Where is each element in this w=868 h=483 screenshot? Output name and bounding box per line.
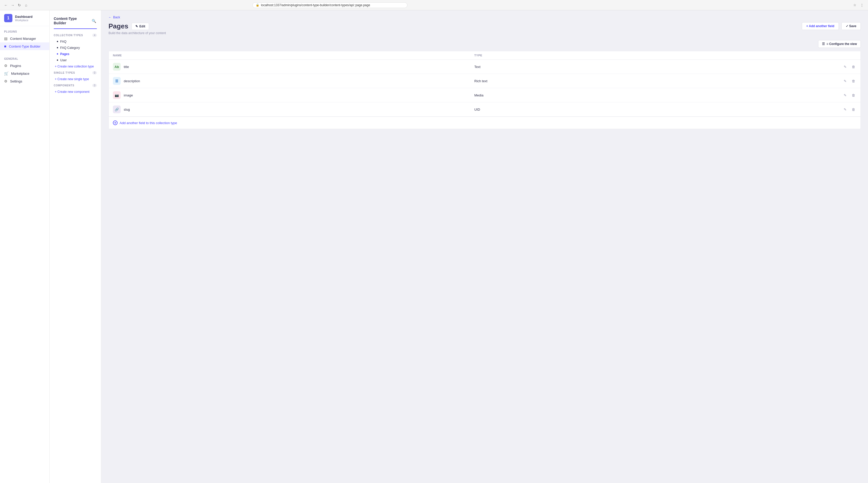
sidebar-brand: 1 Dashboard Workplace xyxy=(0,10,49,26)
menu-button[interactable]: ⋮ xyxy=(859,2,865,8)
app-layout: 1 Dashboard Workplace PLUGINS ▤ Content … xyxy=(0,10,868,483)
refresh-nav-button[interactable]: ↻ xyxy=(17,2,22,8)
configure-view-wrap: ☰ ≡ Configure the view xyxy=(108,40,861,48)
sidebar-item-content-type-builder[interactable]: ■ Content-Type Builder xyxy=(0,42,49,50)
brand-icon: 1 xyxy=(4,14,12,22)
brand-text: Dashboard Workplace xyxy=(15,15,33,22)
field-name-cell: ☰ description xyxy=(113,77,474,85)
edit-button[interactable]: ✎ Edit xyxy=(131,23,149,30)
plugins-section-label: PLUGINS xyxy=(0,29,49,35)
field-icon-label: Ab xyxy=(115,65,119,69)
components-count: 0 xyxy=(92,84,97,87)
browser-chrome: ← → ↻ ⌂ 🔒 localhost:1337/admin/plugins/c… xyxy=(0,0,868,10)
delete-field-button[interactable]: 🗑 xyxy=(850,92,857,98)
create-single-type-label: + Create new single type xyxy=(55,77,89,81)
add-field-to-collection-row[interactable]: + Add another field to this collection t… xyxy=(109,117,861,129)
collection-types-count: 4 xyxy=(92,34,97,37)
page-title-area: Pages ✎ Edit xyxy=(108,22,166,30)
ctb-item-label: User xyxy=(60,58,67,62)
table-row: 📷 image Media ✎ 🗑 xyxy=(109,88,861,103)
ctb-search-button[interactable]: 🔍 xyxy=(91,18,97,24)
components-label: COMPONENTS xyxy=(54,84,74,87)
create-component-link[interactable]: + Create new component xyxy=(50,89,101,95)
bullet-icon xyxy=(57,59,58,61)
address-bar[interactable]: 🔒 localhost:1337/admin/plugins/content-t… xyxy=(252,2,407,8)
table-row: Ab title Text ✎ 🗑 xyxy=(109,60,861,74)
sidebar-item-content-manager[interactable]: ▤ Content Manager xyxy=(0,35,49,42)
back-label: Back xyxy=(113,16,120,19)
single-types-header: SINGLE TYPES 0 xyxy=(50,69,101,76)
ctb-panel: Content-TypeBuilder 🔍 COLLECTION TYPES 4… xyxy=(50,10,101,483)
ctb-item-pages[interactable]: Pages xyxy=(50,51,101,57)
components-header: COMPONENTS 0 xyxy=(50,82,101,89)
configure-view-label: ≡ Configure the view xyxy=(827,42,857,46)
ctb-item-user[interactable]: User xyxy=(50,57,101,63)
sidebar-item-settings[interactable]: ⚙ Settings xyxy=(0,77,49,85)
fields-table: NAME TYPE Ab title Text ✎ 🗑 xyxy=(108,51,861,129)
create-single-type-link[interactable]: + Create new single type xyxy=(50,76,101,82)
delete-field-button[interactable]: 🗑 xyxy=(850,64,857,70)
marketplace-icon: 🛒 xyxy=(4,72,8,76)
page-header: Pages ✎ Edit Build the data architecture… xyxy=(108,22,861,35)
content-manager-icon: ▤ xyxy=(4,36,7,40)
edit-pencil-icon: ✎ xyxy=(135,25,138,28)
field-name: slug xyxy=(124,108,130,111)
configure-view-button[interactable]: ☰ ≡ Configure the view xyxy=(818,40,861,48)
table-row: ☰ description Rich text ✎ 🗑 xyxy=(109,74,861,88)
back-arrow-icon: ← xyxy=(108,16,112,19)
create-collection-type-link[interactable]: + Create new collection type xyxy=(50,63,101,69)
browser-nav-buttons: ← → ↻ ⌂ xyxy=(3,2,29,8)
collection-types-header: COLLECTION TYPES 4 xyxy=(50,32,101,38)
field-icon-label: ☰ xyxy=(115,79,118,83)
ctb-item-label: Pages xyxy=(60,52,69,56)
field-actions: ✎ 🗑 xyxy=(836,78,857,84)
sidebar-item-label: Content Manager xyxy=(10,37,36,40)
field-name: image xyxy=(124,93,133,97)
delete-field-button[interactable]: 🗑 xyxy=(850,106,857,112)
back-nav-button[interactable]: ← xyxy=(3,2,9,8)
browser-actions: ☆ ⋮ xyxy=(852,2,865,8)
create-collection-type-label: + Create new collection type xyxy=(55,65,94,68)
header-actions: + Add another field ✓ Save xyxy=(802,22,861,30)
col-type: TYPE xyxy=(474,54,836,57)
home-nav-button[interactable]: ⌂ xyxy=(23,2,29,8)
brand-title: Dashboard xyxy=(15,15,33,19)
single-types-count: 0 xyxy=(92,71,97,75)
address-bar-url: localhost:1337/admin/plugins/content-typ… xyxy=(261,3,370,7)
field-type-text: Rich text xyxy=(474,79,836,83)
edit-field-button[interactable]: ✎ xyxy=(842,64,848,70)
edit-field-button[interactable]: ✎ xyxy=(842,92,848,98)
add-another-field-button[interactable]: + Add another field xyxy=(802,22,839,30)
field-type-text: Media xyxy=(474,93,836,97)
ctb-panel-header: Content-TypeBuilder 🔍 xyxy=(50,13,101,28)
add-field-btn-label: + Add another field xyxy=(806,24,834,28)
field-name-cell: Ab title xyxy=(113,63,474,70)
edit-btn-label: Edit xyxy=(140,25,146,28)
page-subtitle: Build the data architecture of your cont… xyxy=(108,31,166,35)
field-name: description xyxy=(124,79,140,83)
field-actions: ✎ 🗑 xyxy=(836,92,857,98)
field-type-icon: Ab xyxy=(113,63,121,70)
forward-nav-button[interactable]: → xyxy=(10,2,16,8)
delete-field-button[interactable]: 🗑 xyxy=(850,78,857,84)
address-bar-lock-icon: 🔒 xyxy=(256,3,259,7)
ctb-item-faq[interactable]: FAQ xyxy=(50,38,101,45)
back-link[interactable]: ← Back xyxy=(108,16,861,19)
field-actions: ✎ 🗑 xyxy=(836,106,857,112)
ctb-main-content: ← Back Pages ✎ Edit Build the data archi… xyxy=(101,10,868,483)
field-icon-label: 🔗 xyxy=(115,108,119,111)
bullet-icon xyxy=(57,53,58,55)
star-button[interactable]: ☆ xyxy=(852,2,858,8)
sidebar-item-plugins[interactable]: ⚙ Plugins xyxy=(0,62,49,69)
sidebar-item-marketplace[interactable]: 🛒 Marketplace xyxy=(0,69,49,77)
collection-types-label: COLLECTION TYPES xyxy=(54,34,83,37)
field-type-icon: ☰ xyxy=(113,77,121,85)
save-button[interactable]: ✓ Save xyxy=(841,22,861,30)
field-icon-label: 📷 xyxy=(115,93,119,97)
table-row: 🔗 slug UID ✎ 🗑 xyxy=(109,103,861,117)
col-actions xyxy=(836,54,857,57)
ctb-item-faq-category[interactable]: FAQ Category xyxy=(50,45,101,51)
edit-field-button[interactable]: ✎ xyxy=(842,106,848,112)
add-field-row-label: Add another field to this collection typ… xyxy=(120,121,177,125)
edit-field-button[interactable]: ✎ xyxy=(842,78,848,84)
